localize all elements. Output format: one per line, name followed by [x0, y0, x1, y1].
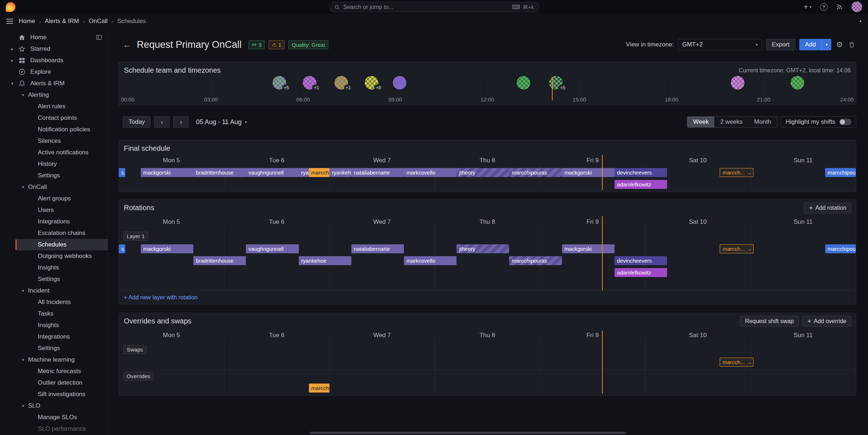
- shift-bar-marcchip[interactable]: marcchip: [309, 384, 329, 393]
- sidebar-item-notification-policies[interactable]: Notification policies: [0, 124, 108, 135]
- team-avatar[interactable]: [393, 76, 406, 90]
- sidebar-item-alert-groups[interactable]: Alert groups: [0, 193, 108, 204]
- breadcrumb-item-home[interactable]: Home: [19, 18, 35, 25]
- shift-bar-ryankehoe[interactable]: ryankehoe: [299, 168, 309, 177]
- sidebar-item-metric-forecasts[interactable]: Metric forecasts: [0, 366, 108, 377]
- sidebar-item-tasks[interactable]: Tasks: [0, 308, 108, 320]
- sidebar-item-users[interactable]: Users: [0, 204, 108, 216]
- chevron-down-icon[interactable]: ▾: [18, 288, 28, 293]
- shift-bar-vaughngunnell[interactable]: vaughngunnell: [246, 244, 298, 253]
- shift-bar-marcch[interactable]: marcch... → ?: [720, 358, 754, 367]
- sidebar-item-alerts-irm[interactable]: ▾Alerts & IRM: [0, 78, 108, 89]
- settings-gear-icon[interactable]: ⚙: [835, 40, 844, 49]
- shift-bar-markcovello[interactable]: markcovello: [404, 168, 457, 177]
- sidebar-item-machine-learning[interactable]: ▾Machine learning: [0, 354, 108, 366]
- team-avatar[interactable]: +1: [303, 76, 316, 90]
- sidebar-item-outgoing-webhooks[interactable]: Outgoing webhooks: [0, 250, 108, 262]
- shift-bar-ryankehoe[interactable]: ryankehoe: [299, 256, 351, 265]
- sidebar-item-explore[interactable]: Explore: [0, 66, 108, 78]
- sidebar-item-history[interactable]: History: [0, 158, 108, 170]
- breadcrumb-item-alerts-irm[interactable]: Alerts & IRM: [45, 18, 79, 25]
- today-button[interactable]: Today: [123, 116, 150, 128]
- menu-toggle-icon[interactable]: [6, 21, 13, 22]
- export-button[interactable]: Export: [766, 39, 795, 50]
- add-override-button[interactable]: +Add override: [802, 316, 851, 327]
- team-avatar[interactable]: +1: [334, 76, 348, 90]
- sidebar-item-slo[interactable]: ▾SLO: [0, 400, 108, 412]
- shift-bar-marcchipouras[interactable]: marcchipouras: [509, 168, 562, 177]
- sidebar-item-settings[interactable]: Settings: [0, 170, 108, 181]
- search-input[interactable]: Search or jump to... ⌨ ⌘+k: [329, 2, 539, 12]
- team-avatar[interactable]: +5: [273, 76, 286, 90]
- shift-bar-bradrittenhouse[interactable]: bradrittenhouse: [193, 256, 246, 265]
- shift-bar-marcch[interactable]: marcch... → ?: [720, 168, 754, 177]
- user-avatar[interactable]: [851, 1, 862, 12]
- breadcrumb-item-oncall[interactable]: OnCall: [89, 18, 108, 25]
- shift-bar-mackgorski[interactable]: mackgorski: [562, 168, 615, 177]
- sidebar-item-sift-investigations[interactable]: Sift investigations: [0, 389, 108, 400]
- chevron-down-icon[interactable]: ▾: [18, 92, 28, 98]
- chevron-down-icon[interactable]: ▾: [7, 81, 17, 86]
- sidebar-item-insights[interactable]: Insights: [0, 320, 108, 331]
- chevron-down-icon[interactable]: ▾: [18, 357, 28, 362]
- shift-bar-marcchipouras[interactable]: marcchipouras: [825, 168, 856, 177]
- chevron-down-icon[interactable]: ▾: [18, 403, 28, 408]
- previous-week-button[interactable]: ‹: [154, 116, 170, 128]
- grafana-logo[interactable]: [6, 2, 15, 12]
- team-avatar[interactable]: +5: [549, 76, 563, 90]
- sidebar-item-outlier-detection[interactable]: Outlier detection: [0, 377, 108, 389]
- sidebar-item-home[interactable]: Home: [0, 32, 108, 43]
- shift-bar-jtheory[interactable]: jtheory: [457, 244, 509, 253]
- dock-sidebar-icon[interactable]: [95, 34, 103, 41]
- team-avatar[interactable]: [791, 76, 804, 90]
- shift-bar-mackgorski[interactable]: mackgorski: [562, 244, 615, 253]
- shift-bar-bradrittenhouse[interactable]: bradrittenhouse: [193, 168, 246, 177]
- links-badge[interactable]: 3: [248, 40, 265, 49]
- sidebar-item-integrations[interactable]: Integrations: [0, 216, 108, 227]
- chevron-down-icon[interactable]: ▾: [18, 185, 28, 190]
- shift-bar-marcchipouras[interactable]: marcchipouras: [509, 256, 562, 265]
- sidebar-item-silences[interactable]: Silences: [0, 135, 108, 147]
- shift-bar-ryankehoe[interactable]: ryankehoe: [329, 168, 351, 177]
- add-layer-link[interactable]: + Add new layer with rotation: [124, 294, 198, 301]
- horizontal-scrollbar[interactable]: [310, 432, 626, 434]
- date-range-selector[interactable]: 05 Aug - 11 Aug ▾: [196, 118, 247, 126]
- sidebar-item-settings[interactable]: Settings: [0, 273, 108, 285]
- view-week[interactable]: Week: [687, 117, 714, 127]
- shift-bar-s[interactable]: s: [119, 168, 125, 177]
- sidebar-item-active-notifications[interactable]: Active notifications: [0, 147, 108, 158]
- add-rotation-button[interactable]: +Add rotation: [804, 203, 851, 213]
- help-icon[interactable]: ?: [820, 3, 828, 11]
- sidebar-item-slo-performance[interactable]: SLO performance: [0, 423, 108, 435]
- next-week-button[interactable]: ›: [173, 116, 189, 128]
- add-menu-caret[interactable]: ▾: [822, 39, 831, 50]
- sidebar-item-schedules[interactable]: Schedules: [0, 239, 108, 250]
- shift-bar-devincheevers[interactable]: devincheevers: [615, 256, 667, 265]
- sidebar-item-contact-points[interactable]: Contact points: [0, 112, 108, 124]
- team-avatar[interactable]: [517, 76, 530, 90]
- chevron-right-icon[interactable]: ▸: [7, 46, 17, 51]
- request-shift-swap-button[interactable]: Request shift swap: [740, 316, 799, 327]
- back-button[interactable]: ←: [123, 40, 131, 50]
- sidebar-item-all-incidents[interactable]: All Incidents: [0, 296, 108, 308]
- sidebar-item-settings[interactable]: Settings: [0, 343, 108, 354]
- sidebar-item-starred[interactable]: ▸Starred: [0, 43, 108, 55]
- shift-bar-devincheevers[interactable]: devincheevers: [615, 168, 667, 177]
- team-avatar[interactable]: +8: [365, 76, 378, 90]
- sidebar-item-incident[interactable]: ▾Incident: [0, 285, 108, 296]
- shift-bar-nataliabernarte[interactable]: nataliabernarte: [351, 168, 404, 177]
- shift-bar-adamlefkowitz[interactable]: adamlefkowitz: [615, 268, 667, 277]
- sidebar-item-dashboards[interactable]: ▸Dashboards: [0, 55, 108, 66]
- add-button[interactable]: Add: [799, 39, 822, 50]
- delete-trash-icon[interactable]: [847, 41, 856, 48]
- chevron-right-icon[interactable]: ▸: [7, 58, 17, 63]
- new-menu-button[interactable]: +▾: [804, 3, 811, 11]
- shift-bar-mackgorski[interactable]: mackgorski: [141, 168, 193, 177]
- shift-bar-vaughngunnell[interactable]: vaughngunnell: [246, 168, 298, 177]
- view-2-weeks[interactable]: 2 weeks: [714, 117, 748, 127]
- shift-bar-markcovello[interactable]: markcovello: [404, 256, 457, 265]
- sidebar-item-escalation-chains[interactable]: Escalation chains: [0, 227, 108, 239]
- warnings-badge[interactable]: ⚠ 1: [269, 40, 284, 49]
- view-month[interactable]: Month: [748, 117, 777, 127]
- shift-bar-marcch[interactable]: marcch... → ?: [720, 244, 754, 253]
